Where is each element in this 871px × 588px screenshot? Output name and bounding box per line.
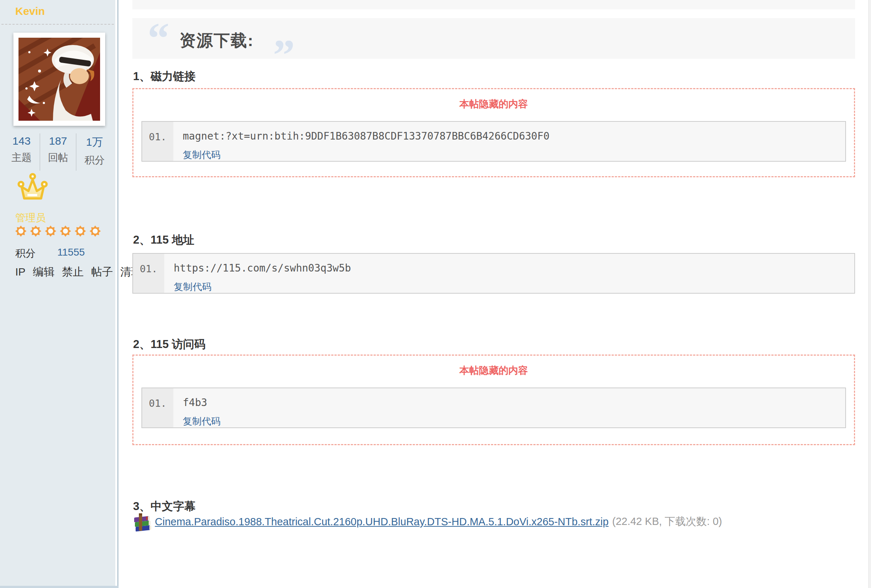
avatar-image (18, 38, 100, 121)
close-quote-icon: ” (273, 33, 295, 77)
star-icon (90, 226, 101, 237)
sidebar-bottom-border (0, 586, 118, 588)
resource-download-header: “ 资源下载: ” (132, 18, 855, 59)
avatar[interactable] (13, 33, 105, 126)
hidden-content-box: 本帖隐藏的内容 01. f4b3 复制代码 (132, 355, 855, 445)
previous-quote-block-clipped: ” (132, 0, 855, 9)
scrollbar-track[interactable] (868, 0, 871, 588)
hidden-content-box: 本帖隐藏的内容 01. magnet:?xt=urn:btih:9DDF1B63… (132, 88, 855, 177)
role-badge: 管理员 (15, 211, 46, 225)
score-label: 积分 (15, 248, 36, 259)
sidebar-divider (1, 24, 114, 25)
credits-count-link[interactable]: 1万 (76, 135, 112, 150)
hidden-content-label: 本帖隐藏的内容 (141, 98, 846, 110)
access-code-text: f4b3 (183, 397, 845, 408)
mod-link-ban[interactable]: 禁止 (62, 266, 84, 278)
author-stats: 143 主题 187 回帖 1万 积分 (4, 133, 112, 171)
open-quote-icon: “ (148, 16, 169, 60)
score-row: 积分 11555 (15, 247, 36, 260)
attachment-meta: (22.42 KB, 下载次数: 0) (612, 515, 722, 529)
stat-credits: 1万 积分 (76, 133, 112, 171)
score-value: 11555 (57, 247, 85, 258)
star-icon (30, 226, 41, 237)
code-block-access-code: 01. f4b3 复制代码 (141, 388, 846, 428)
code-line-number: 01. (142, 388, 173, 427)
topics-count-link[interactable]: 143 (4, 135, 39, 147)
credits-label: 积分 (76, 153, 112, 167)
star-icon (75, 226, 86, 237)
magnet-link-text: magnet:?xt=urn:btih:9DDF1B63087B8CDF1337… (183, 130, 845, 142)
mod-link-posts[interactable]: 帖子 (91, 266, 113, 278)
moderator-links: IP 编辑 禁止 帖子 清理 (15, 265, 147, 280)
star-icon (45, 226, 56, 237)
copy-code-button[interactable]: 复制代码 (174, 281, 211, 293)
replies-count-link[interactable]: 187 (40, 135, 76, 147)
attachment-row: Cinema.Paradiso.1988.Theatrical.Cut.2160… (133, 512, 722, 531)
page-title: 资源下载: (180, 30, 254, 51)
topics-label: 主题 (4, 151, 39, 165)
mod-link-ip[interactable]: IP (15, 266, 25, 278)
hidden-content-label: 本帖隐藏的内容 (141, 364, 846, 377)
sidebar-right-border (117, 0, 118, 588)
mod-link-edit[interactable]: 编辑 (33, 266, 55, 278)
user-level-stars (15, 226, 101, 237)
stat-replies: 187 回帖 (39, 133, 76, 171)
replies-label: 回帖 (40, 151, 76, 165)
copy-code-button[interactable]: 复制代码 (183, 415, 220, 428)
115-url-text: https://115.com/s/swhn03q3w5b (174, 262, 854, 274)
rar-archive-icon (133, 512, 151, 531)
author-sidebar: Kevin (0, 0, 115, 588)
close-quote-icon: ” (811, 0, 832, 9)
code-block-magnet: 01. magnet:?xt=urn:btih:9DDF1B63087B8CDF… (141, 121, 846, 162)
section-heading-115-code: 2、115 访问码 (133, 337, 206, 352)
stat-topics: 143 主题 (4, 133, 39, 171)
username-link[interactable]: Kevin (15, 5, 45, 17)
copy-code-button[interactable]: 复制代码 (183, 149, 220, 161)
crown-icon (16, 172, 49, 203)
section-heading-magnet: 1、磁力链接 (133, 69, 195, 84)
code-block-115-url: 01. https://115.com/s/swhn03q3w5b 复制代码 (132, 253, 855, 294)
section-heading-115-url: 2、115 地址 (133, 232, 195, 248)
star-icon (15, 226, 27, 237)
code-line-number: 01. (133, 254, 164, 293)
code-line-number: 01. (142, 122, 173, 161)
star-icon (60, 226, 71, 237)
forum-post-page: Kevin (0, 0, 871, 588)
attachment-download-link[interactable]: Cinema.Paradiso.1988.Theatrical.Cut.2160… (155, 516, 609, 528)
